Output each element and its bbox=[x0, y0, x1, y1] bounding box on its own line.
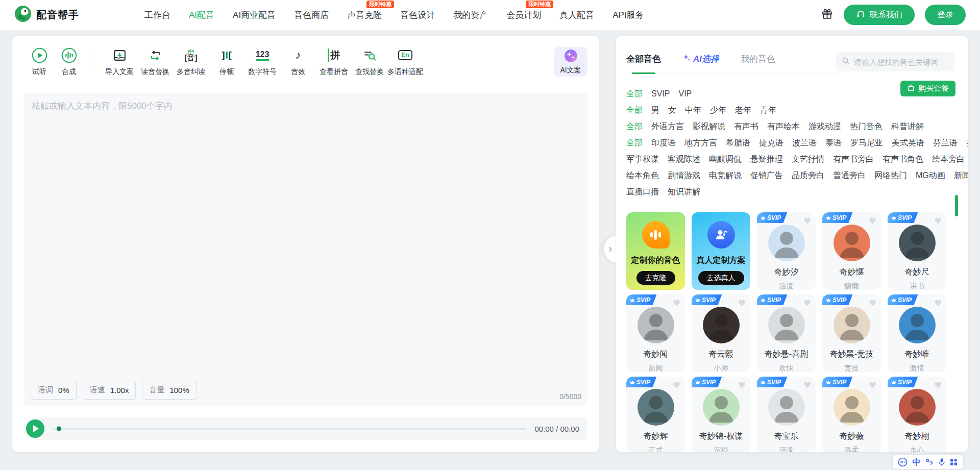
tool-sound-effect[interactable]: ♪音效 bbox=[280, 47, 316, 77]
tool-number-symbol[interactable]: 123数字符号 bbox=[244, 47, 280, 77]
favorite-heart-icon[interactable]: ♥ bbox=[738, 380, 746, 390]
filter-MG动画[interactable]: MG动画 bbox=[916, 170, 945, 181]
filter-有声书[interactable]: 有声书 bbox=[734, 121, 758, 132]
gift-button[interactable] bbox=[821, 8, 834, 22]
ai-copy-button[interactable]: AI文案 bbox=[554, 47, 587, 77]
voice-search-input[interactable] bbox=[854, 58, 948, 66]
voice-card-奇妙黑-竞技[interactable]: SVIP♥奇妙黑-竞技竞技 bbox=[822, 294, 881, 372]
voice-card-奇妙悬-喜剧[interactable]: SVIP♥奇妙悬-喜剧欢快 bbox=[757, 294, 816, 372]
favorite-heart-icon[interactable]: ♥ bbox=[869, 216, 876, 226]
tool-import-script[interactable]: 导入文案 bbox=[102, 47, 137, 77]
nav-item-音色设计[interactable]: 音色设计 bbox=[400, 9, 435, 21]
favorite-heart-icon[interactable]: ♥ bbox=[738, 298, 746, 308]
nav-item-声音克隆[interactable]: 声音克隆限时特惠 bbox=[347, 9, 382, 21]
favorite-heart-icon[interactable]: ♥ bbox=[803, 216, 811, 226]
ime-punctuation-icon[interactable] bbox=[925, 458, 933, 466]
filter-网络热门[interactable]: 网络热门 bbox=[874, 170, 907, 181]
filter-罗马尼亚[interactable]: 罗马尼亚 bbox=[850, 138, 883, 149]
tab-全部音色[interactable]: 全部音色 bbox=[626, 53, 661, 65]
voice-card-奇妙薇[interactable]: SVIP♥奇妙薇温柔 bbox=[822, 377, 881, 452]
nav-item-音色商店[interactable]: 音色商店 bbox=[294, 9, 329, 21]
tool-pause[interactable]: ][停顿 bbox=[209, 47, 244, 77]
voice-card-奇妙惬[interactable]: SVIP♥奇妙惬慵懒 bbox=[822, 212, 881, 290]
filter-老年[interactable]: 老年 bbox=[735, 105, 751, 116]
filter-VIP[interactable]: VIP bbox=[678, 89, 692, 98]
nav-item-工作台[interactable]: 工作台 bbox=[144, 9, 170, 21]
favorite-heart-icon[interactable]: ♥ bbox=[803, 298, 811, 308]
voice-card-奇宝乐[interactable]: SVIP♥奇宝乐活泼 bbox=[757, 377, 816, 452]
tool-find-replace[interactable]: 查找替换 bbox=[352, 47, 387, 77]
filter-文艺抒情[interactable]: 文艺抒情 bbox=[792, 154, 824, 165]
nav-item-真人配音[interactable]: 真人配音 bbox=[559, 9, 594, 21]
favorite-heart-icon[interactable]: ♥ bbox=[673, 298, 680, 308]
tool-synthesize[interactable]: 合成 bbox=[54, 47, 84, 77]
filter-新闻主播[interactable]: 新闻主播 bbox=[954, 170, 968, 181]
filter-品质旁白[interactable]: 品质旁白 bbox=[792, 170, 824, 181]
brand[interactable]: 配音帮手 bbox=[14, 5, 79, 24]
filter-有声书旁白[interactable]: 有声书旁白 bbox=[833, 154, 874, 165]
favorite-heart-icon[interactable]: ♥ bbox=[934, 216, 942, 226]
filter-全部[interactable]: 全部 bbox=[626, 138, 643, 149]
filter-全部[interactable]: 全部 bbox=[626, 89, 643, 100]
filter-希腊语[interactable]: 希腊语 bbox=[726, 138, 750, 149]
player-seek-knob[interactable] bbox=[57, 427, 61, 431]
filter-促销广告[interactable]: 促销广告 bbox=[750, 170, 783, 181]
nav-item-会员计划[interactable]: 会员计划限时特惠 bbox=[506, 9, 541, 21]
favorite-heart-icon[interactable]: ♥ bbox=[869, 298, 876, 308]
voice-card-奇妙唯[interactable]: SVIP♥奇妙唯激情 bbox=[888, 294, 946, 372]
filter-军事权谋[interactable]: 军事权谋 bbox=[626, 154, 659, 165]
ime-language-toggle[interactable]: 中 bbox=[912, 458, 920, 466]
filter-美式英语[interactable]: 美式英语 bbox=[892, 138, 924, 149]
ime-logo-icon[interactable]: iFLY bbox=[898, 457, 908, 467]
filter-知识讲解[interactable]: 知识讲解 bbox=[668, 187, 700, 197]
filter-外语方言[interactable]: 外语方言 bbox=[651, 121, 684, 132]
filter-幽默调侃[interactable]: 幽默调侃 bbox=[709, 154, 742, 165]
filter-印度语[interactable]: 印度语 bbox=[651, 138, 676, 149]
filter-捷克语[interactable]: 捷克语 bbox=[759, 138, 783, 149]
voice-card-奇妙闻[interactable]: SVIP♥奇妙闻新闻 bbox=[626, 294, 685, 372]
speed-control[interactable]: 语速 1.00x bbox=[83, 381, 136, 400]
filter-电竞解说[interactable]: 电竞解说 bbox=[709, 170, 742, 181]
tool-polyphone-correct[interactable]: yīn[音]多音纠读 bbox=[173, 47, 209, 77]
filter-芬兰语[interactable]: 芬兰语 bbox=[933, 138, 958, 149]
nav-item-AI配音[interactable]: AI配音 bbox=[189, 9, 214, 21]
promo-action-button[interactable]: 去克隆 bbox=[636, 271, 675, 285]
filter-全部[interactable]: 全部 bbox=[626, 105, 643, 116]
filter-悬疑推理[interactable]: 悬疑推理 bbox=[750, 154, 783, 165]
filter-中年[interactable]: 中年 bbox=[685, 105, 701, 116]
player-seek-bar[interactable] bbox=[53, 428, 526, 430]
ime-apps-grid-icon[interactable] bbox=[950, 458, 958, 466]
filter-客观陈述[interactable]: 客观陈述 bbox=[668, 154, 700, 165]
voice-search-box[interactable] bbox=[836, 52, 954, 71]
filter-泰语[interactable]: 泰语 bbox=[825, 138, 842, 149]
tool-preview[interactable]: 试听 bbox=[24, 47, 54, 77]
player-play-button[interactable] bbox=[26, 419, 44, 438]
favorite-heart-icon[interactable]: ♥ bbox=[803, 380, 811, 390]
favorite-heart-icon[interactable]: ♥ bbox=[934, 380, 942, 390]
tool-view-pinyin[interactable]: 拼查看拼音 bbox=[316, 47, 352, 77]
tool-pronunciation-replace[interactable]: 读音替换 bbox=[137, 47, 173, 77]
nav-item-我的资产[interactable]: 我的资产 bbox=[453, 9, 488, 21]
filter-绘本角色[interactable]: 绘本角色 bbox=[626, 170, 659, 181]
tool-multilingual[interactable]: En多语种适配 bbox=[387, 47, 423, 77]
filter-波兰语[interactable]: 波兰语 bbox=[792, 138, 817, 149]
filter-女[interactable]: 女 bbox=[668, 105, 676, 116]
favorite-heart-icon[interactable]: ♥ bbox=[869, 380, 876, 390]
voice-card-奇妙汐[interactable]: SVIP♥奇妙汐活泼 bbox=[757, 212, 816, 290]
filter-普通旁白[interactable]: 普通旁白 bbox=[833, 170, 866, 181]
voice-card-奇妙锦-权谋[interactable]: SVIP♥奇妙锦-权谋沉稳 bbox=[692, 377, 750, 452]
filter-青年[interactable]: 青年 bbox=[760, 105, 776, 116]
nav-item-AI商业配音[interactable]: AI商业配音 bbox=[233, 9, 276, 21]
filter-英式英语[interactable]: 英式英语 bbox=[966, 138, 968, 149]
promo-card-定制你的音色[interactable]: 定制你的音色去克隆 bbox=[626, 212, 685, 290]
filter-男[interactable]: 男 bbox=[651, 105, 659, 116]
promo-card-真人定制方案[interactable]: 真人定制方案去选真人 bbox=[692, 212, 750, 290]
filter-影视解说[interactable]: 影视解说 bbox=[693, 121, 725, 132]
nav-item-API服务[interactable]: API服务 bbox=[612, 9, 644, 21]
tab-我的音色[interactable]: 我的音色 bbox=[741, 53, 775, 65]
voice-card-奇妙栩[interactable]: SVIP♥奇妙栩走心 bbox=[888, 377, 946, 452]
favorite-heart-icon[interactable]: ♥ bbox=[673, 380, 680, 390]
filter-绘本旁白[interactable]: 绘本旁白 bbox=[932, 154, 965, 165]
filter-游戏动漫[interactable]: 游戏动漫 bbox=[808, 121, 841, 132]
login-button[interactable]: 登录 bbox=[925, 5, 966, 25]
